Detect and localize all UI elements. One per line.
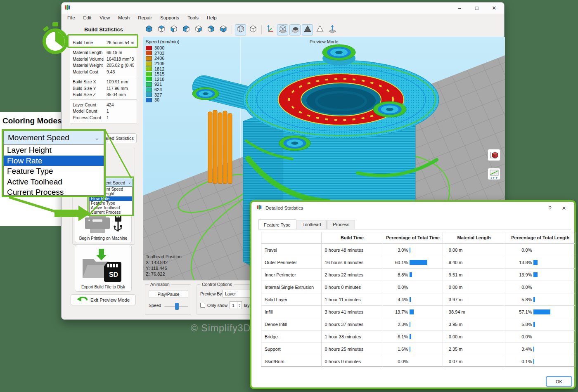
chevron-down-icon: ∨	[128, 181, 131, 185]
callout-selected-option[interactable]: Movement Speed ⌄	[4, 131, 104, 145]
folder-sd-icon: SD	[79, 249, 127, 283]
feature-cell: Outer Perimeter	[261, 256, 321, 268]
stat-group: Material Length68.19 mMaterial Volume164…	[70, 47, 137, 77]
build-time-cell: 0 hours 37 minutes	[321, 318, 383, 330]
time-pct-cell: 0.0%	[383, 355, 443, 367]
length-pct-value: 57.1%	[513, 309, 532, 314]
watermark: © Simplify3D	[191, 323, 251, 334]
view-cube-bottom-icon	[219, 24, 228, 35]
ok-button[interactable]: OK	[546, 376, 572, 387]
menu-supports[interactable]: Supports	[157, 14, 182, 21]
preview-mode-label: Preview Mode	[310, 39, 339, 44]
table-row: Solid Layer1 hour 11 minutes4.4%3.97 m5.…	[261, 293, 575, 305]
length-pct-bar	[533, 347, 534, 352]
show-build-table-button[interactable]	[277, 24, 288, 35]
menubar: FileEditViewMeshRepairSupportsToolsHelp	[64, 14, 220, 22]
length-pct-value: 0.0%	[513, 285, 532, 290]
export-build-file-button[interactable]: SD Export Build File to Disk	[75, 245, 132, 292]
column-header: Percentage of Total Length	[505, 232, 575, 243]
material-length-cell: 3.97 m	[443, 293, 505, 305]
view-cube-front-button[interactable]	[168, 24, 179, 35]
line-chart-icon	[489, 169, 499, 179]
show-supports-icon	[315, 24, 325, 35]
view-isometric-button[interactable]	[143, 24, 154, 35]
time-pct-cell: 1.6%	[383, 343, 443, 355]
callout-option[interactable]: Current Process	[4, 187, 104, 198]
legend-entry: 2703	[146, 51, 179, 56]
menu-mesh[interactable]: Mesh	[115, 14, 133, 21]
time-pct-cell: 4.4%	[383, 293, 443, 305]
table-header-row: Build TimePercentage of Total TimeMateri…	[261, 232, 575, 243]
length-pct-bar	[533, 297, 535, 302]
callout-option[interactable]: Layer Height	[4, 145, 104, 156]
dialog-close-button[interactable]: ✕	[559, 205, 569, 211]
stat-label: Build Size X	[73, 79, 107, 84]
legend-entry: 921	[146, 82, 179, 87]
dropdown-option[interactable]: Feature Type	[90, 201, 132, 205]
exit-preview-button[interactable]: Exit Preview Mode	[71, 294, 136, 305]
speed-legend: Speed (mm/min) 3000270324062109181215151…	[146, 39, 179, 103]
preview-by-value: Layer	[225, 291, 236, 296]
time-pct-bar	[410, 260, 427, 265]
length-pct-bar	[533, 359, 534, 364]
close-button[interactable]: ✕	[487, 3, 502, 13]
time-pct-value: 4.4%	[389, 297, 408, 302]
callout-option[interactable]: Active Toolhead	[4, 177, 104, 187]
legend-value: 624	[154, 87, 162, 92]
stat-row: Build Size X109.91 mm	[73, 79, 134, 85]
tab-feature-type[interactable]: Feature Type	[258, 220, 296, 229]
length-pct-bar	[533, 260, 538, 265]
axes-button[interactable]	[265, 24, 276, 35]
legend-entry: 1515	[146, 71, 179, 77]
cross-section-tool-button[interactable]	[488, 149, 500, 161]
view-cube-left-button[interactable]	[205, 24, 216, 35]
stat-row: Material Weight205.02 g (0.45 lb)	[73, 62, 134, 69]
view-cube-solid-button[interactable]	[180, 24, 192, 35]
menu-tools[interactable]: Tools	[184, 14, 202, 21]
only-show-checkbox[interactable]	[200, 303, 205, 308]
view-cube-back-button[interactable]	[193, 24, 204, 35]
dialog-help-button[interactable]: ?	[545, 205, 555, 211]
cross-section-off-button[interactable]	[247, 24, 258, 35]
view-cube-top-button[interactable]	[156, 24, 167, 35]
toolbar-separator	[232, 25, 232, 34]
length-pct-value: 13.9%	[513, 272, 532, 277]
tab-toolhead[interactable]: Toolhead	[297, 220, 327, 229]
legend-value: 3000	[154, 45, 164, 50]
statistics-plot-button[interactable]	[488, 168, 500, 180]
play-pause-button[interactable]: Play/Pause	[149, 290, 188, 298]
length-pct-value: 3.4%	[513, 347, 532, 352]
show-travel-moves-button[interactable]	[289, 24, 301, 35]
layer-count-spinner[interactable]: 1 ▲▼	[230, 301, 242, 309]
menu-file[interactable]: File	[64, 14, 78, 21]
dropdown-option[interactable]: Active Toolhead	[90, 205, 132, 210]
callout-option[interactable]: Flow Rate	[4, 156, 104, 166]
stat-label: Material Length	[73, 50, 107, 55]
callout-option[interactable]: Feature Type	[4, 166, 104, 177]
detailed-statistics-button[interactable]: Detailed Statistics	[105, 133, 137, 143]
animation-speed-slider[interactable]	[164, 306, 188, 307]
normal-vector-button[interactable]	[327, 24, 338, 35]
menu-edit[interactable]: Edit	[80, 14, 95, 21]
show-supports-button[interactable]	[314, 24, 325, 35]
time-pct-value: 0.0%	[389, 359, 408, 364]
view-cube-solid-icon	[182, 24, 191, 35]
stat-label: Material Weight	[73, 63, 107, 68]
slider-thumb[interactable]	[175, 303, 179, 310]
tab-process[interactable]: Process	[327, 220, 355, 229]
menu-repair[interactable]: Repair	[135, 14, 155, 21]
menu-help[interactable]: Help	[204, 14, 220, 21]
spinner-arrows-icon[interactable]: ▲▼	[237, 302, 242, 309]
maximize-button[interactable]: □	[469, 3, 484, 13]
menu-view[interactable]: View	[96, 14, 113, 21]
legend-swatch	[146, 66, 152, 71]
dropdown-option[interactable]: Current Process	[90, 210, 132, 215]
minimize-button[interactable]: –	[452, 3, 467, 13]
cross-section-button[interactable]	[235, 24, 246, 35]
feature-cell: Travel	[261, 244, 321, 256]
control-options-label: Control Options	[200, 282, 234, 287]
show-model-button[interactable]	[302, 24, 313, 35]
legend-swatch	[146, 77, 152, 81]
view-cube-bottom-button[interactable]	[218, 24, 229, 35]
feature-cell: Dense Infill	[261, 318, 321, 330]
